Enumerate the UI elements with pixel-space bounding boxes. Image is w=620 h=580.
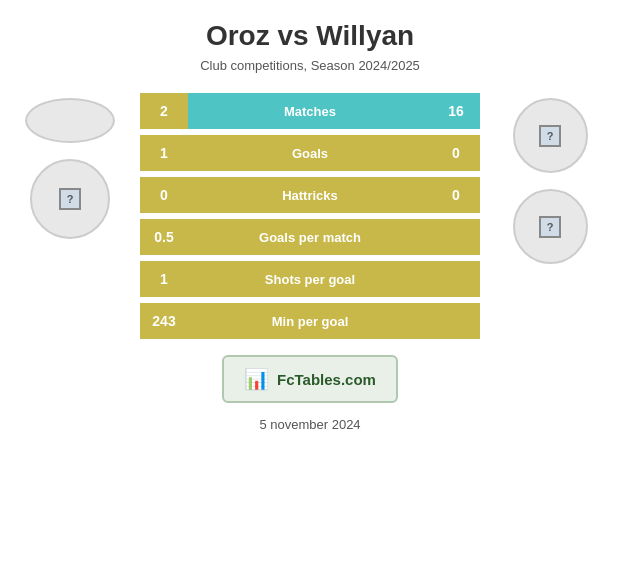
date-label: 5 november 2024 [259,417,360,432]
logo-text: FcTables.com [277,371,376,388]
stat-label-mpg: Min per goal [188,303,432,339]
page: Oroz vs Willyan Club competitions, Seaso… [0,0,620,580]
right-question-icon-main: ? [539,216,561,238]
stat-right-matches: 16 [432,93,480,129]
stat-left-matches: 2 [140,93,188,129]
logo-icon: 📊 [244,367,269,391]
stat-left-goals: 1 [140,135,188,171]
logo-area: 📊 FcTables.com [222,355,398,403]
stat-row-hattricks: 0 Hattricks 0 [140,177,480,213]
stat-left-gpm: 0.5 [140,219,188,255]
stat-left-hattricks: 0 [140,177,188,213]
stat-label-spg: Shots per goal [188,261,432,297]
stat-label-matches: Matches [188,93,432,129]
stat-label-goals: Goals [188,135,432,171]
page-subtitle: Club competitions, Season 2024/2025 [200,58,420,73]
right-avatar-main: ? [513,189,588,264]
right-avatar-top: ? [513,98,588,173]
left-player-col: ? [20,93,120,239]
logo-box: 📊 FcTables.com [222,355,398,403]
stat-right-hattricks: 0 [432,177,480,213]
stat-label-gpm: Goals per match [188,219,432,255]
left-question-icon: ? [59,188,81,210]
stat-right-gpm [432,219,480,255]
stat-right-spg [432,261,480,297]
stat-row-min-per-goal: 243 Min per goal [140,303,480,339]
stat-left-spg: 1 [140,261,188,297]
stat-right-mpg [432,303,480,339]
comparison-section: ? 2 Matches 16 1 Goals 0 0 Hattricks 0 [20,93,600,339]
right-question-icon-top: ? [539,125,561,147]
page-title: Oroz vs Willyan [206,20,414,52]
stat-right-goals: 0 [432,135,480,171]
left-avatar-top [25,98,115,143]
stat-row-goals: 1 Goals 0 [140,135,480,171]
stat-row-shots-per-goal: 1 Shots per goal [140,261,480,297]
stat-row-matches: 2 Matches 16 [140,93,480,129]
left-avatar-main: ? [30,159,110,239]
stat-label-hattricks: Hattricks [188,177,432,213]
stats-table: 2 Matches 16 1 Goals 0 0 Hattricks 0 0.5… [140,93,480,339]
stat-left-mpg: 243 [140,303,188,339]
right-player-col: ? ? [500,93,600,264]
stat-row-goals-per-match: 0.5 Goals per match [140,219,480,255]
